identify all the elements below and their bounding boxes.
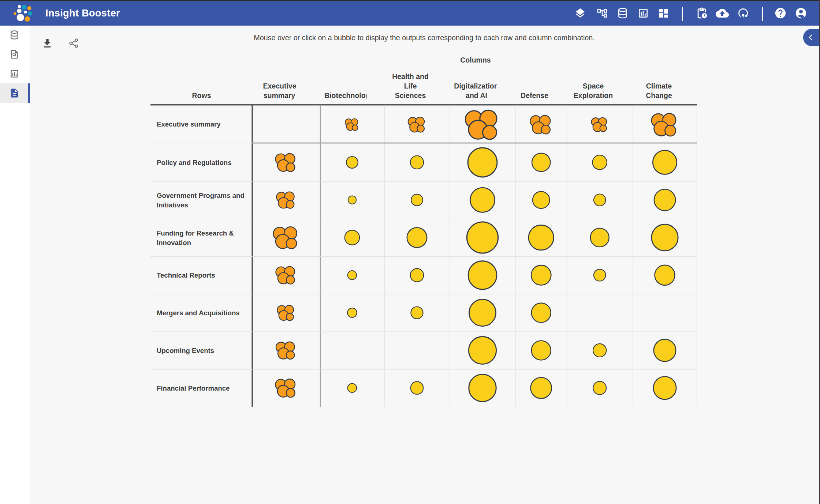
svg-text:Columns: Columns (460, 56, 491, 64)
svg-text:Life: Life (404, 82, 417, 90)
svg-text:Executive: Executive (263, 82, 296, 90)
svg-text:Health and: Health and (392, 72, 429, 80)
svg-text:and AI: and AI (466, 91, 487, 99)
svg-text:Financial Performance: Financial Performance (157, 384, 230, 392)
svg-text:Technical Reports: Technical Reports (157, 271, 215, 279)
svg-text:Biotechnology: Biotechnology (324, 91, 374, 99)
svg-text:Rows: Rows (192, 91, 211, 99)
svg-text:Policy and Regulations: Policy and Regulations (157, 159, 232, 166)
svg-text:Upcoming Events: Upcoming Events (157, 347, 214, 354)
svg-text:Executive summary: Executive summary (157, 120, 221, 128)
svg-text:summary: summary (264, 91, 295, 99)
svg-text:Space: Space (583, 82, 604, 90)
svg-text:Exploration: Exploration (574, 91, 613, 99)
svg-text:Defense: Defense (521, 91, 548, 99)
svg-text:Digitalization: Digitalization (454, 82, 498, 90)
svg-text:Initiatives: Initiatives (157, 201, 188, 209)
svg-text:Funding for Research &: Funding for Research & (157, 229, 234, 237)
svg-text:Climate: Climate (646, 82, 672, 90)
svg-text:Change: Change (646, 91, 672, 99)
svg-text:Mergers and Acquisitions: Mergers and Acquisitions (157, 309, 240, 317)
svg-text:Innovation: Innovation (157, 239, 191, 247)
svg-text:Government Programs and: Government Programs and (157, 192, 245, 199)
svg-text:Sciences: Sciences (395, 91, 426, 99)
